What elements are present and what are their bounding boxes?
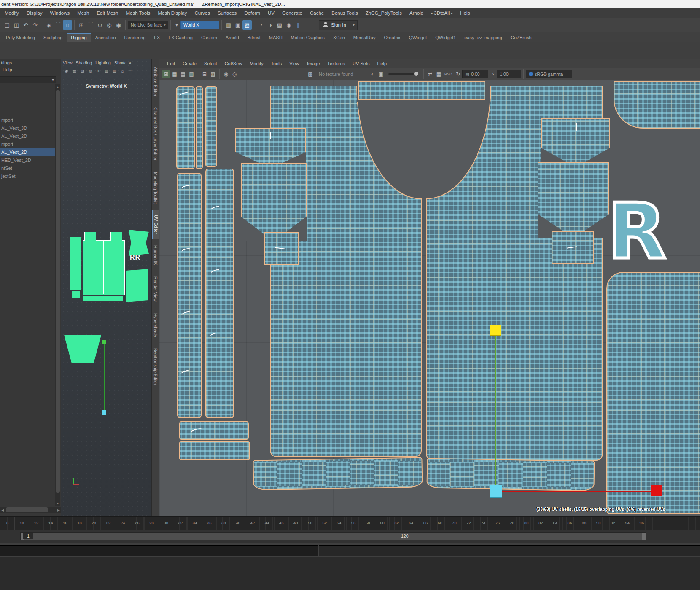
timeline-tick[interactable]: 42 — [245, 517, 259, 530]
timeline-tick[interactable]: 94 — [620, 517, 634, 530]
lasso-tool-icon[interactable]: ⌒ — [54, 20, 63, 30]
timeline-tick[interactable]: 30 — [159, 517, 173, 530]
outliner-filter-dropdown[interactable]: ▾ — [0, 76, 56, 83]
scroll-right-icon[interactable]: ▶ — [56, 507, 61, 512]
paint-select-icon[interactable]: ◌ — [63, 20, 72, 30]
timeline-tick[interactable]: 66 — [418, 517, 432, 530]
command-line[interactable] — [0, 545, 318, 556]
uv-isolate-icon[interactable]: ▥ — [187, 70, 196, 78]
scroll-down-icon[interactable]: ▾ — [55, 501, 60, 506]
timeline-tick[interactable]: 88 — [577, 517, 591, 530]
side-tab[interactable]: Hypershade — [152, 308, 159, 342]
shelf-tab[interactable]: QWidget1 — [431, 33, 460, 42]
timeline-tick[interactable]: 54 — [331, 517, 346, 530]
perspective-viewport[interactable]: View Shading Lighting Show » ◉ ▦ ▨ ◍ ⊞ ▥… — [61, 59, 152, 516]
range-handle-end[interactable] — [642, 533, 646, 540]
uv-shell-strip[interactable] — [179, 441, 250, 460]
timeline-tick[interactable]: 10 — [14, 517, 29, 530]
color-wheel-icon[interactable]: ◐ — [368, 70, 377, 78]
uv-shell-strip[interactable] — [205, 86, 217, 167]
shelf-tab[interactable]: GoZBrush — [506, 33, 536, 42]
uv-manipulator-u-handle[interactable] — [651, 485, 662, 496]
timeline-tick[interactable]: 28 — [144, 517, 159, 530]
menu-item[interactable]: Curves — [191, 9, 214, 17]
uv-manipulator-center-handle[interactable] — [490, 485, 502, 498]
outliner-item[interactable]: AL_Vest_2D — [0, 132, 55, 140]
select-tool-icon[interactable]: ◈ — [44, 20, 54, 30]
range-slider[interactable]: 1 120 — [20, 532, 646, 540]
menu-item[interactable]: Mesh Display — [154, 9, 191, 17]
uv-shell-collar-strip[interactable] — [358, 81, 485, 100]
side-tab[interactable]: Render View — [152, 272, 159, 306]
timeline-tick[interactable]: 76 — [490, 517, 504, 530]
viewport-menu-lighting[interactable]: Lighting — [95, 60, 111, 65]
uv-shell-strip[interactable] — [196, 86, 203, 169]
shelf-tab[interactable]: Ornatrix — [380, 33, 404, 42]
psd-icon[interactable]: PSD — [443, 70, 454, 78]
uv-shell-shoulder-piece[interactable] — [235, 128, 306, 168]
timeline-tick[interactable]: 20 — [86, 517, 101, 530]
refresh-icon[interactable]: ↻ — [454, 70, 462, 78]
timeline-tick[interactable]: 78 — [505, 517, 519, 530]
timeline-tick[interactable]: 74 — [476, 517, 490, 530]
uv-shell-strip[interactable] — [176, 86, 195, 169]
timeline-tick[interactable]: 92 — [606, 517, 620, 530]
make-live-icon[interactable]: ◉ — [114, 20, 123, 30]
shelf-tab[interactable]: QWidget — [405, 33, 431, 42]
menu-item[interactable]: Modify — [1, 9, 23, 17]
viewport-capture-icon[interactable]: ◎ — [119, 68, 126, 74]
timeline-tick[interactable]: 80 — [519, 517, 533, 530]
uv-menu-item[interactable]: Modify — [246, 60, 267, 67]
highlight-selection-icon[interactable]: ▨ — [242, 20, 252, 30]
shelf-tab[interactable]: Motion Graphics — [287, 33, 329, 42]
viewport-options-icon[interactable]: ≡ — [127, 68, 134, 74]
timeline-tick[interactable]: 68 — [433, 517, 447, 530]
timeline-tick[interactable]: 52 — [317, 517, 331, 530]
gamma-field[interactable]: 1.00 — [497, 70, 521, 78]
render-settings-icon[interactable]: ▩ — [275, 20, 284, 30]
timeline-tick[interactable]: 38 — [216, 517, 231, 530]
outliner-item[interactable]: AL_Vest_2D — [0, 148, 55, 156]
outliner-item[interactable]: mport — [0, 116, 55, 124]
side-tab[interactable]: Attribute Editor — [152, 62, 159, 101]
shelf-tab[interactable]: XGen — [329, 33, 349, 42]
mesh-thumbnail-shoulder-right[interactable] — [110, 232, 122, 241]
uv-shell-strip[interactable] — [177, 173, 202, 418]
image-dim-slider[interactable] — [388, 73, 418, 75]
viewport-isolate-icon[interactable]: ▧ — [111, 68, 118, 74]
uv-shell-hem-right[interactable] — [426, 458, 595, 491]
mesh-thumbnail-bit[interactable] — [72, 291, 80, 298]
gamma-icon[interactable]: ◑ — [488, 70, 497, 78]
display-layers-icon[interactable]: ◉ — [284, 20, 293, 30]
outliner-menu-settings[interactable]: ttings — [1, 60, 12, 65]
ipr-render-icon[interactable]: ◑ — [266, 20, 275, 30]
viewport-menu-overflow-icon[interactable]: » — [129, 60, 131, 65]
uv-menu-item[interactable]: Select — [201, 60, 221, 67]
outliner-item[interactable]: ntSet — [0, 164, 55, 172]
mesh-thumbnail-strip[interactable] — [70, 237, 81, 290]
side-tab[interactable]: UV Editor — [152, 210, 159, 239]
snap-to-curves-icon[interactable]: ⌒ — [86, 20, 95, 30]
shelf-tab[interactable]: Custom — [197, 33, 221, 42]
timeline-tick[interactable]: 96 — [634, 517, 649, 530]
timeline-tick[interactable]: 56 — [346, 517, 361, 530]
outliner-horizontal-scrollbar[interactable]: ◀ ▶ — [0, 507, 61, 513]
redo-icon[interactable]: ↷ — [30, 20, 40, 30]
uv-canvas[interactable]: R (33/63) UV shells, (15/15) overlapping… — [159, 80, 700, 516]
timeline-tick[interactable]: 32 — [173, 517, 187, 530]
shelf-tab[interactable]: Sculpting — [39, 33, 67, 42]
checker-map-icon[interactable]: ▩ — [306, 70, 315, 78]
scrollbar-thumb[interactable] — [6, 507, 48, 512]
uv-shell-strip[interactable] — [179, 421, 249, 440]
timeline-tick[interactable]: 36 — [202, 517, 216, 530]
manipulator-center-handle[interactable] — [102, 410, 106, 415]
timeline-tick[interactable]: 18 — [72, 517, 86, 530]
uv-manipulator-v-handle[interactable] — [490, 325, 501, 336]
outliner-vertical-scrollbar[interactable]: ▴ ▾ — [55, 84, 60, 506]
timeline-tick[interactable]: 64 — [404, 517, 418, 530]
uv-shell-right-tall[interactable] — [606, 272, 700, 514]
axis-orientation-dropdown-icon[interactable]: ▾ — [173, 21, 180, 28]
uv-tile-icon[interactable]: ▦ — [434, 70, 443, 78]
outliner-item[interactable]: mport — [0, 140, 55, 148]
menu-item[interactable]: - 3DtoAll - — [427, 9, 456, 17]
